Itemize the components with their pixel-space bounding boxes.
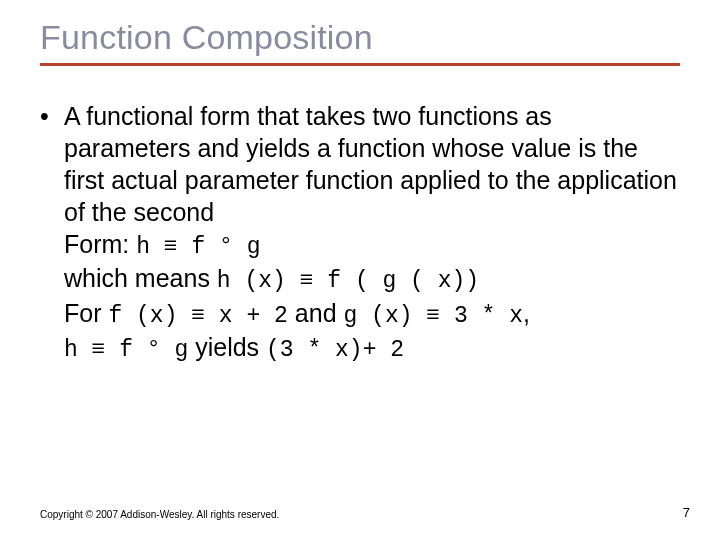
- form-expression: h ≡ f ° g: [136, 234, 260, 260]
- which-means-label: which means: [64, 264, 217, 292]
- bullet-paragraph: A functional form that takes two functio…: [64, 102, 677, 226]
- slide: Function Composition • A functional form…: [0, 0, 720, 540]
- bullet-item: • A functional form that takes two funct…: [64, 100, 680, 366]
- slide-body: • A functional form that takes two funct…: [40, 100, 680, 366]
- bullet-dot: •: [40, 100, 64, 132]
- yields-left-expression: h ≡ f ° g: [64, 337, 188, 363]
- form-label: Form:: [64, 230, 136, 258]
- yields-right-expression: (3 * x)+ 2: [266, 337, 404, 363]
- copyright-footer: Copyright © 2007 Addison-Wesley. All rig…: [40, 509, 279, 520]
- and-label: and: [288, 299, 344, 327]
- page-number: 7: [683, 505, 690, 520]
- for-f-expression: f (x) ≡ x + 2: [108, 303, 287, 329]
- slide-title: Function Composition: [40, 18, 680, 57]
- for-label: For: [64, 299, 108, 327]
- for-g-expression: g (x) ≡ 3 * x: [344, 303, 523, 329]
- trailing-comma: ,: [523, 299, 530, 327]
- bullet-text: A functional form that takes two functio…: [64, 100, 680, 366]
- yields-label: yields: [188, 333, 266, 361]
- title-rule: [40, 63, 680, 66]
- which-means-expression: h (x) ≡ f ( g ( x)): [217, 268, 479, 294]
